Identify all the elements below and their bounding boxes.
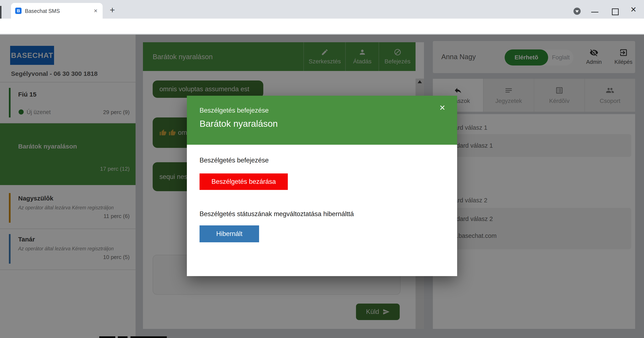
tab-title: Basechat SMS	[25, 8, 60, 14]
modal-section1-label: Beszélgetés befejezése	[200, 157, 268, 164]
tab-favicon: B	[15, 8, 22, 14]
window-minimize-button[interactable]	[591, 12, 598, 13]
window-maximize-button[interactable]	[612, 9, 619, 15]
new-tab-button[interactable]: +	[108, 6, 117, 15]
hibernate-button[interactable]: Hibernált	[200, 225, 259, 242]
modal-close-icon[interactable]: ×	[436, 101, 449, 114]
screen: B Basechat SMS × + × smsloho.basechat.co…	[0, 0, 644, 338]
browser-tabstrip: B Basechat SMS × + ×	[0, 0, 644, 19]
tab-close-icon[interactable]: ×	[92, 7, 100, 15]
browser-tab[interactable]: B Basechat SMS ×	[11, 3, 102, 19]
modal-header: Beszélgetés befejezése Barátok nyaraláso…	[187, 96, 457, 145]
modal-title: Barátok nyaraláson	[200, 119, 278, 129]
window-close-button[interactable]: ×	[628, 4, 639, 15]
window-edge	[0, 6, 2, 19]
modal-section2-label: Beszélgetés státuszának megváltoztatása …	[200, 210, 354, 218]
modal-kicker: Beszélgetés befejezése	[200, 107, 268, 114]
close-conversation-button[interactable]: Beszélgetés bezárása	[200, 173, 288, 190]
browser-toolbar: smsloho.basechat.com/BasechatSMS/16_1843…	[0, 19, 644, 34]
chrome-update-chevron-icon[interactable]	[574, 8, 581, 15]
finish-conversation-modal: Beszélgetés befejezése Barátok nyaraláso…	[187, 96, 457, 276]
